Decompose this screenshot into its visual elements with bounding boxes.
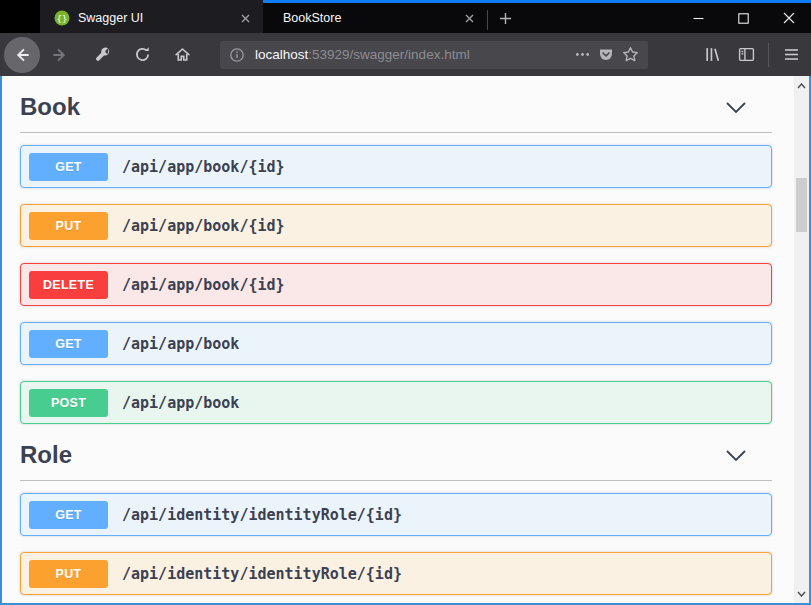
section-header[interactable]: Role xyxy=(20,440,772,470)
back-button[interactable] xyxy=(4,37,40,73)
page-actions-button[interactable] xyxy=(570,43,594,67)
pocket-button[interactable] xyxy=(594,43,618,67)
home-icon xyxy=(174,46,191,63)
wrench-icon xyxy=(94,46,111,63)
tools-button[interactable] xyxy=(88,41,116,69)
tab-close-icon[interactable] xyxy=(459,8,479,28)
operation-list: GET/api/identity/identityRole/{id}PUT/ap… xyxy=(20,493,809,595)
menu-icon xyxy=(784,48,799,61)
operation-row[interactable]: GET/api/identity/identityRole/{id} xyxy=(20,493,772,536)
url-bar[interactable]: localhost:53929/swagger/index.html xyxy=(220,41,648,69)
section-collapse-button[interactable] xyxy=(725,449,747,462)
section-divider xyxy=(20,132,772,133)
swagger-favicon-icon: {} xyxy=(54,10,70,26)
library-button[interactable] xyxy=(698,41,726,69)
section-header[interactable]: Book xyxy=(20,92,772,122)
new-tab-button[interactable] xyxy=(488,0,522,33)
menu-button[interactable] xyxy=(777,41,805,69)
operation-row[interactable]: GET/api/app/book xyxy=(20,322,772,365)
navigation-toolbar: localhost:53929/swagger/index.html xyxy=(0,33,811,76)
tab-swagger-ui[interactable]: {} Swagger UI xyxy=(40,0,263,33)
bookmark-star-icon xyxy=(622,46,639,63)
operation-path: /api/app/book/{id} xyxy=(122,276,285,294)
browser-window: {} Swagger UI BookStore xyxy=(0,0,811,605)
operation-row[interactable]: PUT/api/app/book/{id} xyxy=(20,204,772,247)
tab-bookstore[interactable]: BookStore xyxy=(263,0,487,33)
url-path: :53929/swagger/index.html xyxy=(308,47,469,62)
titlebar-corner xyxy=(0,0,40,33)
sidebar-icon xyxy=(738,46,755,63)
section-title: Role xyxy=(20,440,72,470)
section-title: Book xyxy=(20,92,80,122)
operation-path: /api/identity/identityRole/{id} xyxy=(122,506,402,524)
vertical-scrollbar[interactable] xyxy=(794,76,809,603)
forward-button[interactable] xyxy=(46,41,74,69)
titlebar: {} Swagger UI BookStore xyxy=(0,0,811,33)
chevron-down-icon xyxy=(725,101,747,114)
scrollbar-thumb[interactable] xyxy=(796,178,807,232)
operation-path: /api/app/book xyxy=(122,335,239,353)
page-content: BookGET/api/app/book/{id}PUT/api/app/boo… xyxy=(0,76,811,603)
maximize-button[interactable] xyxy=(721,0,766,33)
scroll-down-icon[interactable] xyxy=(794,586,809,601)
operation-row[interactable]: GET/api/app/book/{id} xyxy=(20,145,772,188)
chevron-down-icon xyxy=(725,449,747,462)
library-icon xyxy=(704,46,721,63)
sidebars-button[interactable] xyxy=(732,41,760,69)
info-icon[interactable] xyxy=(229,47,245,63)
section-divider xyxy=(20,480,772,481)
operation-row[interactable]: PUT/api/identity/identityRole/{id} xyxy=(20,552,772,595)
method-badge: GET xyxy=(29,153,108,181)
svg-text:{}: {} xyxy=(57,14,68,24)
pocket-icon xyxy=(598,47,614,63)
toolbar-separator xyxy=(768,43,769,67)
forward-icon xyxy=(51,46,69,64)
method-badge: GET xyxy=(29,330,108,358)
operation-list: GET/api/app/book/{id}PUT/api/app/book/{i… xyxy=(20,145,809,424)
method-badge: DELETE xyxy=(29,271,108,299)
back-icon xyxy=(13,46,31,64)
tab-title: Swagger UI xyxy=(78,11,235,25)
home-button[interactable] xyxy=(168,41,196,69)
titlebar-drag-area xyxy=(522,0,676,33)
tab-title: BookStore xyxy=(283,11,459,25)
bookmark-button[interactable] xyxy=(618,43,642,67)
method-badge: PUT xyxy=(29,212,108,240)
api-sections: BookGET/api/app/book/{id}PUT/api/app/boo… xyxy=(2,92,809,595)
url-host: localhost xyxy=(255,47,308,62)
operation-path: /api/app/book xyxy=(122,394,239,412)
operation-path: /api/app/book/{id} xyxy=(122,217,285,235)
page-actions-icon xyxy=(575,47,590,62)
operation-path: /api/identity/identityRole/{id} xyxy=(122,565,402,583)
api-section-role: RoleGET/api/identity/identityRole/{id}PU… xyxy=(20,440,809,595)
method-badge: GET xyxy=(29,501,108,529)
tab-close-icon[interactable] xyxy=(235,8,255,28)
close-window-button[interactable] xyxy=(766,0,811,33)
method-badge: POST xyxy=(29,389,108,417)
reload-button[interactable] xyxy=(128,41,156,69)
section-collapse-button[interactable] xyxy=(725,101,747,114)
method-badge: PUT xyxy=(29,560,108,588)
minimize-button[interactable] xyxy=(676,0,721,33)
url-text[interactable]: localhost:53929/swagger/index.html xyxy=(255,47,570,62)
operation-row[interactable]: POST/api/app/book xyxy=(20,381,772,424)
scroll-up-icon[interactable] xyxy=(794,78,809,93)
refresh-icon xyxy=(134,46,151,63)
operation-row[interactable]: DELETE/api/app/book/{id} xyxy=(20,263,772,306)
api-section-book: BookGET/api/app/book/{id}PUT/api/app/boo… xyxy=(20,92,809,424)
operation-path: /api/app/book/{id} xyxy=(122,158,285,176)
